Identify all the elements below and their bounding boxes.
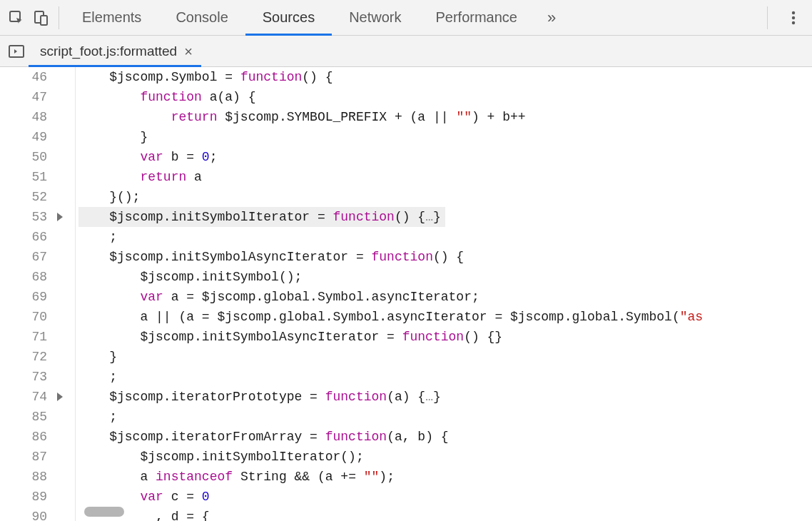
svg-point-5 — [792, 21, 795, 24]
code-line[interactable]: $jscomp.initSymbol(); — [78, 267, 812, 287]
code-line[interactable]: $jscomp.Symbol = function() { — [78, 67, 812, 87]
tab-performance[interactable]: Performance — [419, 0, 535, 35]
main-tabs: Elements Console Sources Network Perform… — [65, 0, 761, 35]
code-line[interactable]: var a = $jscomp.global.Symbol.asyncItera… — [78, 287, 812, 307]
code-line[interactable]: var b = 0; — [78, 147, 812, 167]
tab-elements[interactable]: Elements — [65, 0, 158, 35]
line-number: 73 — [0, 367, 47, 387]
code-line[interactable]: } — [78, 347, 812, 367]
line-number: 87 — [0, 447, 47, 467]
code-line[interactable]: var c = 0 — [78, 487, 812, 507]
code-line[interactable]: ; — [78, 367, 812, 387]
tab-console[interactable]: Console — [158, 0, 245, 35]
line-number: 53 — [0, 207, 47, 227]
kebab-menu-icon[interactable] — [779, 6, 808, 30]
code-line[interactable]: $jscomp.initSymbolAsyncIterator = functi… — [78, 327, 812, 347]
code-line[interactable]: a instanceof String && (a += ""); — [78, 467, 812, 487]
line-number: 88 — [0, 467, 47, 487]
code-line[interactable]: function a(a) { — [78, 87, 812, 107]
code-line[interactable]: ; — [78, 227, 812, 247]
horizontal-scrollbar-thumb[interactable] — [84, 507, 124, 517]
fold-gutter — [53, 67, 76, 521]
line-number: 70 — [0, 307, 47, 327]
fold-arrow-icon[interactable] — [57, 213, 63, 221]
line-number-gutter: 4647484950515253666768697071727374858687… — [0, 67, 53, 521]
code-line[interactable]: $jscomp.initSymbolIterator = function() … — [78, 207, 445, 227]
code-line[interactable]: } — [78, 127, 812, 147]
file-tab-label: script_foot.js:formatted — [40, 44, 177, 59]
svg-point-3 — [792, 11, 795, 14]
line-number: 48 — [0, 107, 47, 127]
code-line[interactable]: $jscomp.initSymbolIterator(); — [78, 447, 812, 467]
line-number: 69 — [0, 287, 47, 307]
devtools-toolbar: Elements Console Sources Network Perform… — [0, 0, 812, 36]
code-line[interactable]: return a — [78, 167, 812, 187]
code-line[interactable]: $jscomp.initSymbolAsyncIterator = functi… — [78, 247, 812, 267]
toolbar-separator — [59, 6, 59, 29]
svg-point-4 — [792, 16, 795, 19]
code-line[interactable]: $jscomp.iteratorPrototype = function(a) … — [78, 387, 812, 407]
line-number: 85 — [0, 407, 47, 427]
line-number: 90 — [0, 507, 47, 521]
line-number: 47 — [0, 87, 47, 107]
code-line[interactable]: }(); — [78, 187, 812, 207]
line-number: 71 — [0, 327, 47, 347]
code-line[interactable]: return $jscomp.SYMBOL_PREFIX + (a || "")… — [78, 107, 812, 127]
close-icon[interactable]: × — [184, 44, 193, 59]
code-line[interactable]: ; — [78, 407, 812, 427]
code-content[interactable]: $jscomp.Symbol = function() { function a… — [76, 67, 812, 521]
line-number: 51 — [0, 167, 47, 187]
code-line[interactable]: $jscomp.iteratorFromArray = function(a, … — [78, 427, 812, 447]
toolbar-separator — [767, 6, 768, 29]
file-tab-bar: script_foot.js:formatted × — [0, 36, 812, 67]
tabs-overflow-icon[interactable]: » — [534, 0, 569, 35]
line-number: 68 — [0, 267, 47, 287]
line-number: 74 — [0, 387, 47, 407]
fold-arrow-icon[interactable] — [57, 393, 63, 401]
inspect-element-icon[interactable] — [4, 6, 29, 30]
line-number: 66 — [0, 227, 47, 247]
code-line[interactable]: a || (a = $jscomp.global.Symbol.asyncIte… — [78, 307, 812, 327]
line-number: 72 — [0, 347, 47, 367]
code-line[interactable]: , d = { — [78, 507, 812, 521]
tab-network[interactable]: Network — [332, 0, 418, 35]
line-number: 86 — [0, 427, 47, 447]
tab-sources[interactable]: Sources — [245, 0, 332, 35]
device-toolbar-icon[interactable] — [29, 6, 53, 30]
file-tab[interactable]: script_foot.js:formatted × — [29, 36, 201, 66]
navigator-toggle-icon[interactable] — [4, 39, 29, 64]
line-number: 46 — [0, 67, 47, 87]
line-number: 50 — [0, 147, 47, 167]
line-number: 89 — [0, 487, 47, 507]
line-number: 67 — [0, 247, 47, 267]
line-number: 52 — [0, 187, 47, 207]
code-editor[interactable]: 4647484950515253666768697071727374858687… — [0, 67, 812, 521]
line-number: 49 — [0, 127, 47, 147]
svg-rect-2 — [41, 16, 47, 25]
